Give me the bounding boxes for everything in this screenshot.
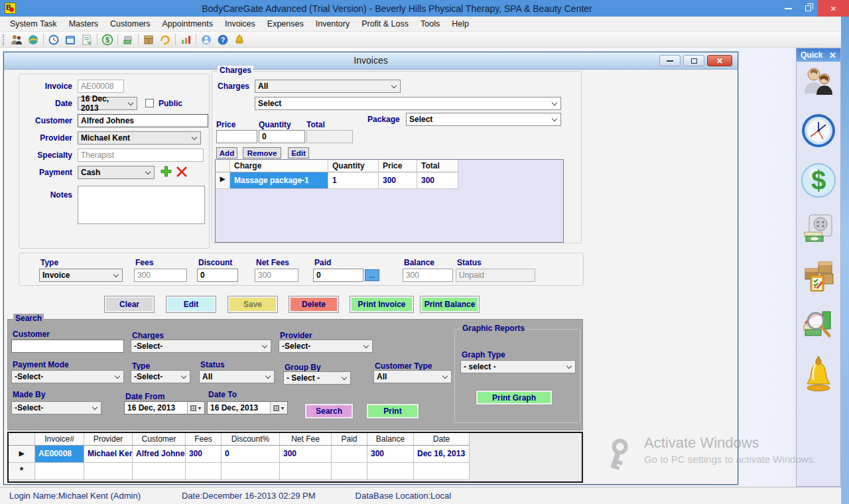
reports-chart-icon[interactable] [179,33,192,46]
menu-item-expenses[interactable]: Expenses [261,17,310,31]
cell-invoice[interactable]: AE00008 [35,446,84,463]
invoices-window-titlebar[interactable]: Invoices ✕ [4,52,738,70]
type-dropdown[interactable]: Invoice [39,269,123,282]
cell-date[interactable]: Dec 16, 2013 [414,446,470,463]
header-discount[interactable]: Discount% [222,433,280,446]
date-to-picker[interactable]: 16 Dec, 2013▼ [207,401,288,414]
quick-panel-close-icon[interactable]: ✕ [829,50,836,60]
discount-field[interactable] [197,269,238,282]
window-close-button[interactable]: × [818,0,849,17]
calendar-button[interactable]: ▼ [270,402,287,414]
search-button[interactable]: Search [305,404,353,418]
charges-grid-header-total[interactable]: Total [417,160,458,172]
header-provider[interactable]: Provider [84,433,133,446]
invoices-minimize-button[interactable] [659,55,681,66]
cell-paid[interactable] [332,446,367,463]
cell-total[interactable]: 300 [417,172,458,189]
payments-dollar-icon[interactable]: $ [101,33,114,46]
invoice-number-field[interactable] [78,80,124,93]
graph-type-dropdown[interactable]: - select - [460,360,576,373]
group-by-dropdown[interactable]: - Select - [283,371,351,385]
help-icon[interactable]: ? [216,33,229,46]
customers-icon[interactable] [10,33,23,46]
paid-field[interactable] [313,269,363,282]
provider-dropdown[interactable]: Michael Kent [78,131,201,145]
search-type-dropdown[interactable]: -Select- [131,370,190,383]
menu-item-help[interactable]: Help [446,17,475,31]
print-balance-button[interactable]: Print Balance [421,296,479,312]
fees-field[interactable] [134,269,187,282]
cell-balance[interactable]: 300 [367,446,414,463]
net-fees-field[interactable] [255,269,298,282]
appointments-clock-icon[interactable] [801,113,836,151]
tools-icon[interactable] [200,33,213,46]
header-balance[interactable]: Balance [367,433,414,446]
customer-field[interactable] [78,114,208,127]
paid-more-button[interactable]: ... [365,269,379,281]
search-charges-dropdown[interactable]: -Select- [131,340,271,353]
date-from-picker[interactable]: 16 Dec, 2013▼ [124,401,205,414]
print-graph-button[interactable]: Print Graph [476,391,552,405]
search-provider-dropdown[interactable]: -Select- [279,340,373,353]
appointments-clock-icon[interactable] [47,33,60,46]
window-restore-button[interactable] [798,0,818,17]
menu-item-inventory[interactable]: Inventory [310,17,356,31]
balance-field[interactable] [403,269,453,282]
header-fees[interactable]: Fees [186,433,222,446]
header-paid[interactable]: Paid [332,433,367,446]
masters-globe-icon[interactable] [27,33,40,46]
add-charge-button[interactable]: Add [216,147,237,158]
inventory-box-icon[interactable] [142,33,155,46]
search-customer-field[interactable] [11,340,124,353]
quick-panel-header[interactable]: Quick ✕ [797,48,840,62]
delete-payment-icon[interactable] [176,166,188,180]
cell-fees[interactable]: 300 [186,446,222,463]
cell-provider[interactable]: Michael Kent [84,446,133,463]
menu-item-appointments[interactable]: Appointments [157,17,219,31]
edit-button[interactable]: Edit [166,296,216,312]
menu-item-system-task[interactable]: System Task [4,17,63,31]
cell-price[interactable]: 300 [379,172,417,189]
cell-customer[interactable]: Alfred Johnes [133,446,186,463]
reminder-bell-icon[interactable] [233,33,246,46]
billing-icon[interactable] [80,33,94,46]
refresh-arrow-icon[interactable] [159,33,172,46]
add-payment-icon[interactable] [160,165,172,180]
expenses-safe-icon[interactable] [803,212,834,247]
save-button[interactable]: Save [228,296,277,312]
invoices-dollar-icon[interactable]: $ [801,162,836,201]
cell-charge[interactable]: Massage package-1 [230,172,328,189]
delete-button[interactable]: Delete [289,296,338,312]
reports-magnifier-icon[interactable] [801,306,836,344]
invoices-close-button[interactable]: ✕ [707,55,732,66]
charges-grid-header-charge[interactable]: Charge [230,160,328,172]
app-titlebar[interactable]: B BodyCareGate Advanced (Trial Version) … [0,0,849,17]
clear-button[interactable]: Clear [105,296,154,312]
invoice-date-dropdown[interactable]: 16 Dec, 2013 [78,97,137,110]
notes-field[interactable] [78,186,205,224]
menu-item-profit-loss[interactable]: Profit & Loss [356,17,415,31]
cell-quantity[interactable]: 1 [328,172,379,189]
made-by-dropdown[interactable]: -Select- [11,401,101,414]
search-status-dropdown[interactable]: All [199,370,275,383]
customers-people-icon[interactable] [802,66,835,101]
payment-mode-dropdown[interactable]: -Select- [11,370,124,383]
calendar-button[interactable]: ▼ [187,402,204,414]
charges-grid-row[interactable]: ▶ Massage package-1 1 300 300 [216,172,563,189]
specialty-field[interactable] [78,149,204,162]
menu-item-masters[interactable]: Masters [63,17,104,31]
charges-grid-header-quantity[interactable]: Quantity [328,160,379,172]
header-date[interactable]: Date [414,433,470,446]
results-grid-row[interactable]: ▶ AE00008 Michael Kent Alfred Johnes 300… [9,446,582,463]
quantity-field[interactable] [259,130,305,143]
reminder-bell-icon[interactable] [802,355,835,395]
customer-type-dropdown[interactable]: All [373,370,452,383]
charge-select-dropdown[interactable]: Select [255,97,561,110]
charges-grid-header-price[interactable]: Price [379,160,417,172]
price-field[interactable] [216,130,257,143]
expenses-icon[interactable] [121,33,135,46]
status-field[interactable] [456,269,535,282]
inventory-boxes-icon[interactable] [801,258,836,295]
menu-item-customers[interactable]: Customers [104,17,156,31]
edit-charge-button[interactable]: Edit [288,147,309,158]
